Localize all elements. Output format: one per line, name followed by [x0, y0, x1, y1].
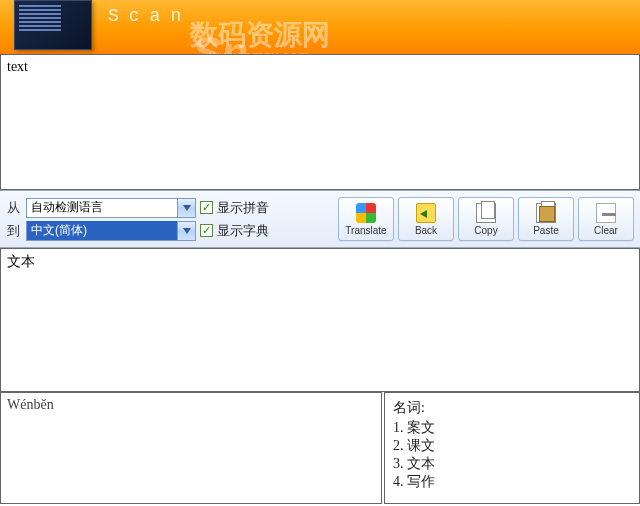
show-pinyin-label: 显示拼音: [217, 199, 269, 217]
from-row: 从 自动检测语言 显示拼音: [4, 198, 330, 218]
clear-icon: [596, 203, 616, 223]
control-bar: 从 自动检测语言 显示拼音 到 中文(简体) 显示字典: [0, 190, 640, 248]
watermark-text: 数码资源网 www.smzy.com: [190, 20, 330, 54]
dict-heading: 名词:: [393, 399, 631, 417]
to-language-select[interactable]: 中文(简体): [26, 221, 196, 241]
dict-item: 1. 案文: [393, 419, 631, 437]
show-dict-checkbox[interactable]: [200, 224, 213, 237]
dict-item: 3. 文本: [393, 455, 631, 473]
dict-list: 1. 案文2. 课文3. 文本4. 写作: [393, 419, 631, 491]
back-button[interactable]: Back: [398, 197, 454, 241]
chevron-down-icon: [177, 222, 195, 240]
back-icon: [416, 203, 436, 223]
paste-button[interactable]: Paste: [518, 197, 574, 241]
app-title: Scan: [108, 6, 191, 26]
watermark-main: 数码资源网: [190, 19, 330, 50]
app-header: Scan Sn 数码资源网 www.smzy.com: [0, 0, 640, 54]
from-label: 从: [4, 199, 22, 217]
to-label: 到: [4, 222, 22, 240]
dict-item: 2. 课文: [393, 437, 631, 455]
translation-output[interactable]: 文本: [0, 248, 640, 392]
source-text-input[interactable]: text: [0, 54, 640, 190]
watermark-logo: Sn: [192, 28, 248, 54]
translate-button[interactable]: Translate: [338, 197, 394, 241]
app-logo: [14, 0, 92, 50]
clear-button-label: Clear: [594, 225, 618, 236]
clear-button[interactable]: Clear: [578, 197, 634, 241]
copy-button-label: Copy: [474, 225, 497, 236]
chevron-down-icon: [177, 199, 195, 217]
toolbar-buttons: Translate Back Copy Paste Clear: [338, 197, 634, 241]
language-panel: 从 自动检测语言 显示拼音 到 中文(简体) 显示字典: [0, 195, 330, 244]
from-language-select[interactable]: 自动检测语言: [26, 198, 196, 218]
copy-icon: [476, 203, 496, 223]
paste-button-label: Paste: [533, 225, 559, 236]
paste-icon: [536, 203, 556, 223]
to-row: 到 中文(简体) 显示字典: [4, 221, 330, 241]
back-button-label: Back: [415, 225, 437, 236]
show-dict-label: 显示字典: [217, 222, 269, 240]
dictionary-output[interactable]: 名词: 1. 案文2. 课文3. 文本4. 写作: [384, 392, 640, 504]
to-language-value: 中文(简体): [27, 221, 177, 240]
show-pinyin-checkbox[interactable]: [200, 201, 213, 214]
copy-button[interactable]: Copy: [458, 197, 514, 241]
dict-item: 4. 写作: [393, 473, 631, 491]
translate-button-label: Translate: [345, 225, 386, 236]
translate-icon: [356, 203, 376, 223]
from-language-value: 自动检测语言: [27, 198, 177, 217]
pinyin-output[interactable]: Wénběn: [0, 392, 382, 504]
